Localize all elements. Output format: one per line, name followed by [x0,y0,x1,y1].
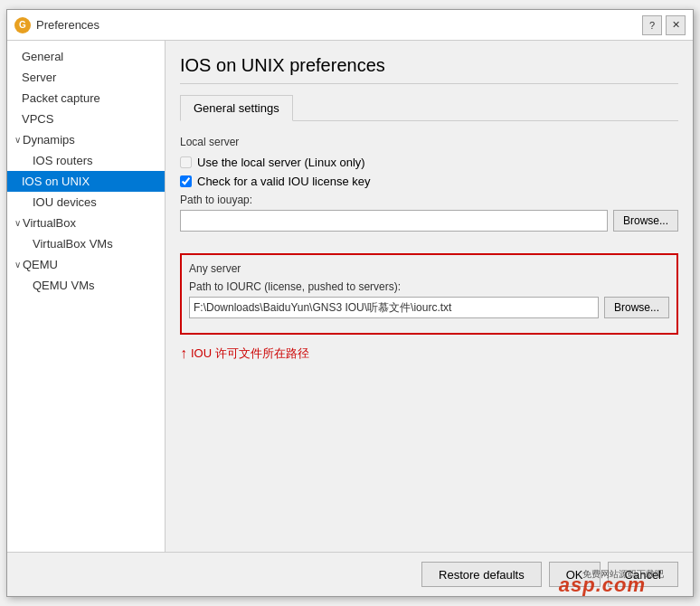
cancel-button[interactable]: Cancel [608,562,678,587]
sidebar-item-virtualbox-vms[interactable]: VirtualBox VMs [7,233,165,254]
sidebar-item-ios-on-unix[interactable]: IOS on UNIX [7,171,165,192]
local-server-section: Local server Use the local server (Linux… [180,136,678,239]
window-title: Preferences [36,18,642,32]
title-bar: G Preferences ? ✕ [7,10,693,41]
use-local-server-checkbox[interactable] [180,156,192,168]
window-body: GeneralServerPacket captureVPCS∨Dynamips… [7,41,693,552]
hint-label: IOU 许可文件所在路径 [191,346,309,362]
sidebar-item-qemu-vms[interactable]: QEMU VMs [7,275,165,296]
page-title: IOS on UNIX preferences [180,55,678,84]
ok-button[interactable]: OK [549,562,601,587]
iourc-path-row: Browse... [189,297,669,318]
iouyap-path-row: Browse... [180,210,678,232]
check-license-checkbox[interactable] [180,175,192,187]
restore-defaults-button[interactable]: Restore defaults [421,562,542,587]
use-local-server-label: Use the local server (Linux only) [197,156,365,169]
sidebar-item-vpcs[interactable]: VPCS [7,109,165,129]
sidebar: GeneralServerPacket captureVPCS∨Dynamips… [7,41,166,552]
hint-arrow-icon: ↑ [180,346,187,362]
help-button[interactable]: ? [642,15,662,35]
close-button[interactable]: ✕ [666,15,686,35]
iou-hint: ↑ IOU 许可文件所在路径 [180,346,678,362]
sidebar-item-packet-capture[interactable]: Packet capture [7,88,165,109]
sidebar-item-label: QEMU [23,258,58,271]
content-area: IOS on UNIX preferences General settings… [166,41,693,552]
bottom-bar: Restore defaults OK Cancel [7,552,693,596]
sidebar-item-qemu[interactable]: ∨QEMU [7,254,165,275]
use-local-server-row: Use the local server (Linux only) [180,156,678,169]
check-license-label: Check for a valid IOU license key [197,175,370,188]
any-server-label: Any server [189,262,669,275]
chevron-icon: ∨ [14,218,21,228]
sidebar-item-iou-devices[interactable]: IOU devices [7,192,165,213]
app-icon: G [14,17,31,33]
sidebar-item-general[interactable]: General [7,46,165,67]
sidebar-item-label: Dynamips [23,133,75,147]
iourc-browse-button[interactable]: Browse... [604,297,669,318]
chevron-icon: ∨ [14,260,21,270]
tab-general-settings[interactable]: General settings [180,95,293,121]
app-icon-letter: G [19,20,26,30]
sidebar-item-ios-routers[interactable]: IOS routers [7,150,165,171]
iouyap-path-input[interactable] [180,210,608,232]
iouyap-browse-button[interactable]: Browse... [613,210,678,232]
local-server-label: Local server [180,136,678,148]
sidebar-item-virtualbox[interactable]: ∨VirtualBox [7,213,165,233]
any-server-section: Any server Path to IOURC (license, pushe… [180,253,678,335]
check-license-row: Check for a valid IOU license key [180,175,678,188]
iourc-path-label: Path to IOURC (license, pushed to server… [189,280,669,293]
tab-bar: General settings [180,95,678,121]
sidebar-item-label: VirtualBox [23,216,76,230]
window-controls: ? ✕ [642,15,686,35]
chevron-icon: ∨ [14,135,21,145]
preferences-window: G Preferences ? ✕ GeneralServerPacket ca… [6,9,694,597]
sidebar-item-dynamips[interactable]: ∨Dynamips [7,129,165,150]
iouyap-path-label: Path to iouyap: [180,194,678,206]
sidebar-item-server[interactable]: Server [7,67,165,88]
iourc-path-input[interactable] [189,297,599,318]
